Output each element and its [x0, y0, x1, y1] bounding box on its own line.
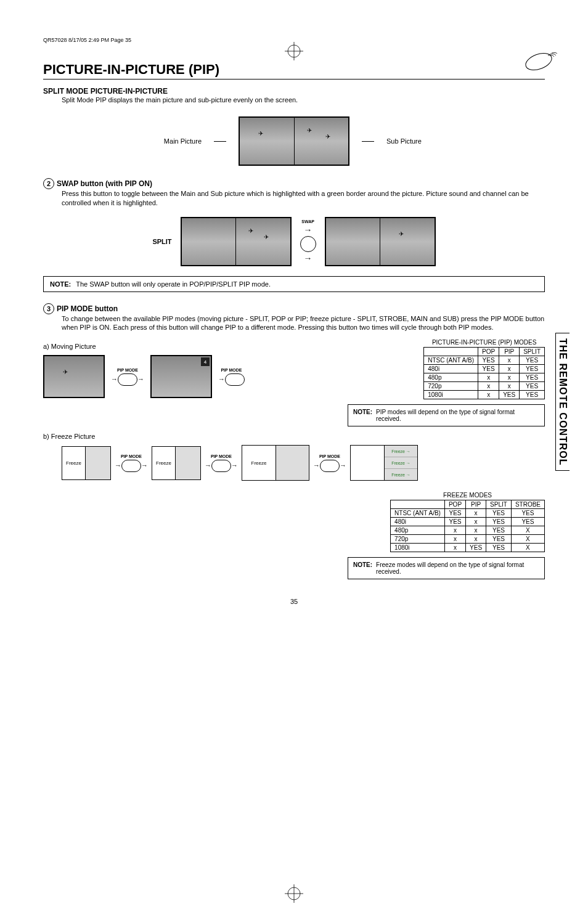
- moving-picture-label: a) Moving Picture: [43, 343, 288, 350]
- note-pip-modes: NOTE: PIP modes will depend on the type …: [348, 404, 545, 426]
- freeze-modes-table: FREEZE MODES POPPIPSPLITSTROBE NTSC (ANT…: [390, 492, 545, 552]
- step-number-3: 3: [43, 303, 54, 314]
- split-label: SPLIT: [152, 238, 171, 245]
- swap-heading: 2 SWAP button (with PIP ON): [43, 178, 545, 189]
- swap-button-icon: [300, 236, 316, 252]
- note-swap: NOTE: The SWAP button will only operate …: [43, 276, 545, 292]
- note-freeze-modes: NOTE: Freeze modes will depend on the ty…: [348, 557, 545, 579]
- split-mode-desc: Split Mode PIP displays the main picture…: [62, 96, 545, 104]
- registration-mark-icon: [285, 884, 303, 903]
- swap-button-label: SWAP: [301, 219, 314, 224]
- swap-illustration: SPLIT ✈✈ SWAP → → ✈: [43, 217, 545, 266]
- step-number-2: 2: [43, 178, 54, 189]
- split-picture-box: ✈ ✈✈: [239, 116, 349, 166]
- freeze-picture-label: b) Freeze Picture: [43, 433, 545, 440]
- split-mode-illustration: Main Picture ✈ ✈✈ Sub Picture: [43, 116, 545, 166]
- pipmode-heading: 3 PIP MODE button: [43, 303, 545, 314]
- main-picture-label: Main Picture: [146, 137, 202, 145]
- moving-picture-illustration: ✈ PIP MODE →→ 4 PIP MODE →: [43, 355, 288, 398]
- swap-before-box: ✈✈: [181, 217, 292, 266]
- sub-picture-label: Sub Picture: [386, 137, 442, 145]
- split-mode-heading: SPLIT MODE PICTURE-IN-PICTURE: [43, 87, 545, 96]
- corner-badge: 4: [201, 357, 210, 366]
- pip-modes-table: PICTURE-IN-PICTURE (PIP) MODES POPPIPSPL…: [423, 339, 545, 399]
- freeze-illustration: Freeze PIP MODE→→ Freeze PIP MODE→→ Free…: [62, 445, 545, 481]
- swap-after-box: ✈: [325, 217, 436, 266]
- pipmode-desc: To change between the available PIP mode…: [62, 314, 545, 332]
- page-number: 35: [43, 598, 545, 605]
- page-title: PICTURE-IN-PICTURE (PIP): [43, 62, 545, 79]
- swap-desc: Press this button to toggle between the …: [62, 189, 545, 207]
